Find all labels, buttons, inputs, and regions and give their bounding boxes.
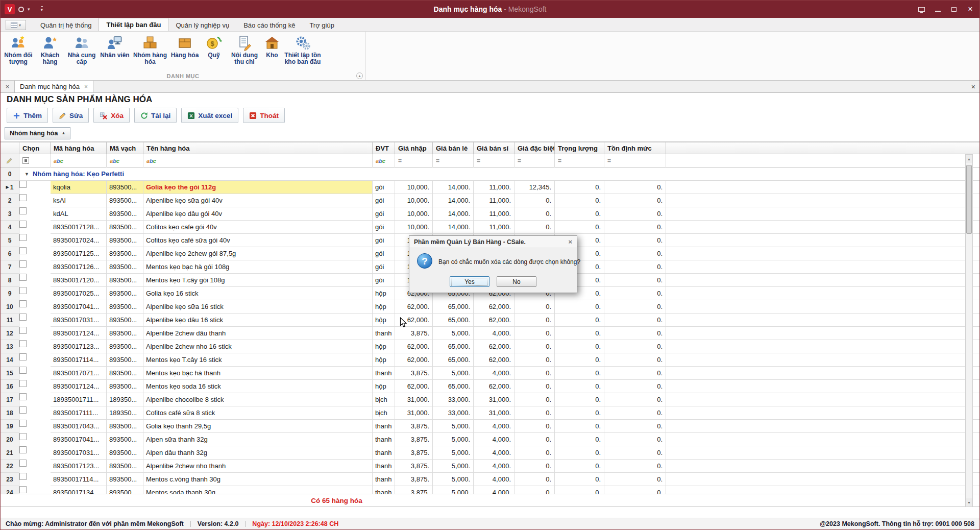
product-code-cell[interactable]: 89350017128...	[51, 221, 107, 234]
select-cell[interactable]	[19, 473, 51, 486]
wholesale-price-cell[interactable]: 4,000.	[474, 446, 514, 460]
buy-price-cell[interactable]: 10,000.	[395, 207, 433, 221]
row-indicator[interactable]: 20	[1, 433, 19, 446]
stock-cell[interactable]: 0.	[604, 367, 666, 380]
table-row[interactable]: 489350017128...893500...Cofitos kẹo cafe…	[1, 221, 979, 234]
ribbon-tab-bao-cao-thong-ke[interactable]: Báo cáo thống kê	[236, 19, 302, 31]
ribbon-collapse-button[interactable]: ▴	[356, 73, 363, 79]
select-cell[interactable]	[19, 406, 51, 420]
stock-cell[interactable]: 0.	[604, 340, 666, 353]
row-indicator[interactable]: 16	[1, 380, 19, 393]
table-row[interactable]: ▶1kqolia893500...Golia kẹo the gói 112gg…	[1, 181, 979, 194]
retail-price-cell[interactable]: 65,000.	[433, 353, 474, 367]
select-cell[interactable]	[19, 260, 51, 274]
unit-cell[interactable]: thanh	[373, 327, 395, 340]
buy-price-cell[interactable]: 3,875.	[395, 433, 433, 446]
stock-cell[interactable]: 0.	[604, 473, 666, 486]
ribbon-tab-thiet-lap-ban-dau[interactable]: Thiết lập ban đầu	[99, 18, 168, 31]
column-header-ton-dinh-muc[interactable]: Tồn định mức	[604, 142, 666, 154]
barcode-cell[interactable]: 893500...	[107, 247, 143, 260]
unit-cell[interactable]: gói	[373, 247, 395, 260]
select-cell[interactable]	[19, 486, 51, 494]
ribbon-item-hang-hoa[interactable]: Hàng hóa	[169, 33, 201, 59]
row-checkbox[interactable]	[19, 274, 27, 281]
barcode-cell[interactable]: 893500...	[107, 380, 143, 393]
row-checkbox[interactable]	[19, 247, 27, 254]
product-code-cell[interactable]: kdAL	[51, 207, 107, 221]
quick-access-button[interactable]	[18, 7, 24, 12]
row-indicator[interactable]: 11	[1, 314, 19, 327]
ribbon-item-nha-cung-cap[interactable]: Nhà cung cấp	[66, 33, 97, 66]
weight-cell[interactable]: 0.	[555, 420, 604, 433]
product-name-cell[interactable]: Alpenlibe kẹo dâu 16 stick	[143, 314, 373, 327]
select-cell[interactable]	[19, 420, 51, 433]
weight-cell[interactable]: 0.	[555, 367, 604, 380]
row-indicator[interactable]: 3	[1, 207, 19, 221]
special-price-cell[interactable]: 0.	[514, 340, 555, 353]
row-indicator[interactable]: 2	[1, 194, 19, 207]
select-cell[interactable]	[19, 234, 51, 247]
barcode-cell[interactable]: 893500...	[107, 446, 143, 460]
special-price-cell[interactable]: 0.	[514, 353, 555, 367]
retail-price-cell[interactable]: 65,000.	[433, 340, 474, 353]
select-cell[interactable]	[19, 340, 51, 353]
ribbon-tab-quan-ly-nghiep-vu[interactable]: Quản lý nghiệp vụ	[168, 19, 236, 31]
wholesale-price-cell[interactable]: 62,000.	[474, 300, 514, 314]
unit-cell[interactable]: thanh	[373, 460, 395, 473]
buy-price-cell[interactable]: 3,875.	[395, 367, 433, 380]
row-checkbox[interactable]	[19, 486, 27, 493]
unit-cell[interactable]: thanh	[373, 433, 395, 446]
row-checkbox[interactable]	[19, 473, 27, 480]
stock-cell[interactable]: 0.	[604, 300, 666, 314]
buy-price-cell[interactable]: 3,875.	[395, 327, 433, 340]
special-price-cell[interactable]: 0.	[514, 367, 555, 380]
stock-cell[interactable]: 0.	[604, 353, 666, 367]
wholesale-price-cell[interactable]: 4,000.	[474, 433, 514, 446]
buy-price-cell[interactable]: 3,875.	[395, 446, 433, 460]
product-code-cell[interactable]: 89350017041...	[51, 433, 107, 446]
retail-price-cell[interactable]: 14,000.	[433, 194, 474, 207]
dialog-close-icon[interactable]: ×	[568, 238, 572, 246]
row-indicator[interactable]: 7	[1, 260, 19, 274]
table-row[interactable]: 2289350017123...893500...Alpenlibe 2chew…	[1, 460, 979, 473]
buy-price-cell[interactable]: 62,000.	[395, 340, 433, 353]
row-indicator[interactable]: ▶1	[1, 181, 19, 194]
tai-lai-button[interactable]: Tải lại	[134, 108, 177, 123]
unit-cell[interactable]: thanh	[373, 367, 395, 380]
row-checkbox[interactable]	[19, 260, 27, 268]
stock-cell[interactable]: 0.	[604, 207, 666, 221]
product-name-cell[interactable]: Alpenlibe kẹo sữa 16 stick	[143, 300, 373, 314]
filter-cell-ton-dinh-muc[interactable]: =	[604, 154, 666, 167]
select-cell[interactable]	[19, 181, 51, 194]
row-checkbox[interactable]	[19, 287, 27, 294]
vertical-scrollbar[interactable]: ▲ ▼	[965, 154, 973, 507]
retail-price-cell[interactable]: 14,000.	[433, 181, 474, 194]
buy-price-cell[interactable]: 10,000.	[395, 194, 433, 207]
row-indicator[interactable]: 23	[1, 473, 19, 486]
select-cell[interactable]	[19, 380, 51, 393]
product-name-cell[interactable]: Cofitos kẹo cafe gói 40v	[143, 221, 373, 234]
retail-price-cell[interactable]: 5,000.	[433, 486, 474, 494]
row-checkbox[interactable]	[19, 433, 27, 440]
select-cell[interactable]	[19, 300, 51, 314]
ribbon-item-kho[interactable]: Kho	[263, 33, 281, 59]
column-header-trong-luong[interactable]: Trọng lượng	[555, 142, 604, 154]
barcode-cell[interactable]: 893500...	[107, 300, 143, 314]
close-tab-icon[interactable]: ×	[84, 83, 88, 90]
wholesale-price-cell[interactable]: 4,000.	[474, 473, 514, 486]
minimize-button[interactable]	[934, 5, 942, 13]
weight-cell[interactable]: 0.	[555, 207, 604, 221]
product-code-cell[interactable]: 89350017120...	[51, 274, 107, 287]
product-code-cell[interactable]: 89350017124...	[51, 327, 107, 340]
column-header-ma-vach[interactable]: Mã vạch	[107, 142, 143, 154]
row-checkbox[interactable]	[19, 314, 27, 321]
product-code-cell[interactable]: 89350017134...	[51, 486, 107, 494]
stock-cell[interactable]: 0.	[604, 393, 666, 406]
buy-price-cell[interactable]: 3,875.	[395, 420, 433, 433]
ribbon-item-thiet-lap-ton-kho-ban-dau[interactable]: Thiết lập tồn kho ban đầu	[282, 33, 323, 66]
weight-cell[interactable]: 0.	[555, 380, 604, 393]
product-name-cell[interactable]: Mentos kẹo bạc hà gói 108g	[143, 260, 373, 274]
special-price-cell[interactable]: 0.	[514, 221, 555, 234]
unit-cell[interactable]: gói	[373, 234, 395, 247]
table-row[interactable]: 3kdAL893500...Alpenlibe kẹo dâu gói 40vg…	[1, 207, 979, 221]
